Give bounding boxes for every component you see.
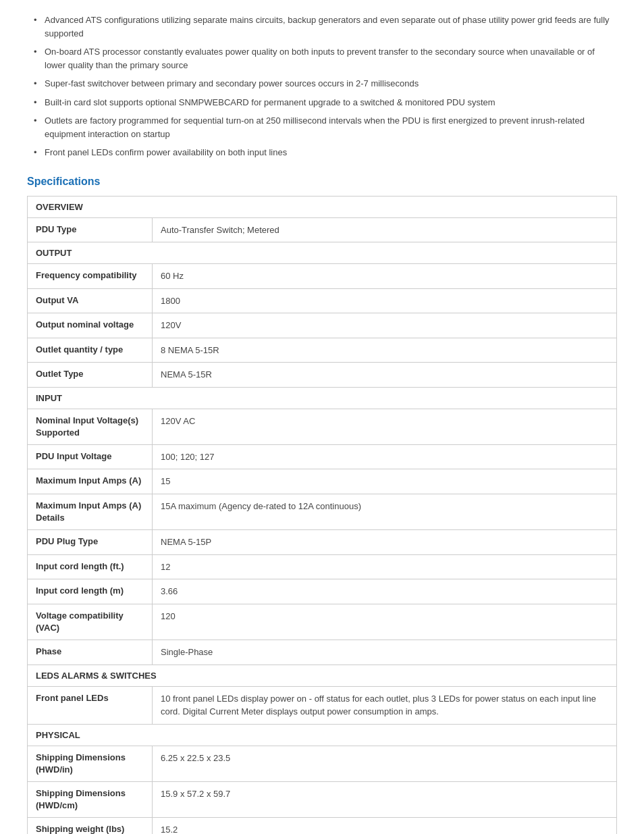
table-row: Maximum Input Amps (A) Details15A maximu… bbox=[28, 494, 617, 529]
row-value: 3.66 bbox=[153, 579, 617, 604]
table-row: Shipping Dimensions (HWD/cm)15.9 x 57.2 … bbox=[28, 782, 617, 818]
row-label: Front panel LEDs bbox=[28, 686, 153, 724]
table-row: Outlet TypeNEMA 5-15R bbox=[28, 363, 617, 388]
row-label: Nominal Input Voltage(s) Supported bbox=[28, 409, 153, 444]
specifications-table: OVERVIEWPDU TypeAuto-Transfer Switch; Me… bbox=[27, 196, 617, 835]
row-value: 15 bbox=[153, 469, 617, 494]
row-value: 100; 120; 127 bbox=[153, 444, 617, 469]
table-row: Nominal Input Voltage(s) Supported120V A… bbox=[28, 409, 617, 444]
table-section-header: PHYSICAL bbox=[28, 724, 617, 746]
table-section-header: OVERVIEW bbox=[28, 196, 617, 217]
row-label: Frequency compatibility bbox=[28, 264, 153, 289]
row-value: 120V AC bbox=[153, 409, 617, 444]
table-section-header: LEDS ALARMS & SWITCHES bbox=[28, 664, 617, 686]
table-row: PhaseSingle-Phase bbox=[28, 640, 617, 665]
table-row: Input cord length (ft.)12 bbox=[28, 554, 617, 579]
row-label: Input cord length (m) bbox=[28, 579, 153, 604]
row-value: 15.2 bbox=[153, 818, 617, 834]
row-label: Phase bbox=[28, 640, 153, 665]
row-label: Output VA bbox=[28, 288, 153, 313]
table-row: Input cord length (m)3.66 bbox=[28, 579, 617, 604]
table-row: Output nominal voltage120V bbox=[28, 313, 617, 338]
row-value: NEMA 5-15P bbox=[153, 530, 617, 555]
row-value: Auto-Transfer Switch; Metered bbox=[153, 217, 617, 242]
row-label: Output nominal voltage bbox=[28, 313, 153, 338]
row-value: 6.25 x 22.5 x 23.5 bbox=[153, 746, 617, 781]
row-label: Outlet Type bbox=[28, 363, 153, 388]
table-row: Shipping Dimensions (HWD/in)6.25 x 22.5 … bbox=[28, 746, 617, 781]
table-section-header: OUTPUT bbox=[28, 242, 617, 264]
row-label: PDU Plug Type bbox=[28, 530, 153, 555]
feature-bullet: On-board ATS processor constantly evalua… bbox=[34, 45, 617, 72]
row-label: Shipping Dimensions (HWD/cm) bbox=[28, 782, 153, 818]
table-row: Outlet quantity / type8 NEMA 5-15R bbox=[28, 338, 617, 363]
table-row: PDU Plug TypeNEMA 5-15P bbox=[28, 530, 617, 555]
row-value: 1800 bbox=[153, 288, 617, 313]
feature-bullet: Outlets are factory programmed for seque… bbox=[34, 114, 617, 140]
row-label: Input cord length (ft.) bbox=[28, 554, 153, 579]
row-value: 15A maximum (Agency de-rated to 12A cont… bbox=[153, 494, 617, 529]
table-row: Front panel LEDs10 front panel LEDs disp… bbox=[28, 686, 617, 724]
row-label: Shipping weight (lbs) bbox=[28, 818, 153, 834]
row-value: NEMA 5-15R bbox=[153, 363, 617, 388]
row-value: 60 Hz bbox=[153, 264, 617, 289]
row-value: 12 bbox=[153, 554, 617, 579]
row-value: 8 NEMA 5-15R bbox=[153, 338, 617, 363]
row-label: Voltage compatibility (VAC) bbox=[28, 604, 153, 640]
row-label: PDU Input Voltage bbox=[28, 444, 153, 469]
table-row: Output VA1800 bbox=[28, 288, 617, 313]
row-label: PDU Type bbox=[28, 217, 153, 242]
feature-bullet: Front panel LEDs confirm power availabil… bbox=[34, 146, 617, 159]
row-label: Shipping Dimensions (HWD/in) bbox=[28, 746, 153, 781]
row-value: 120 bbox=[153, 604, 617, 640]
table-section-header: INPUT bbox=[28, 387, 617, 409]
row-label: Maximum Input Amps (A) bbox=[28, 469, 153, 494]
row-value: 15.9 x 57.2 x 59.7 bbox=[153, 782, 617, 818]
row-value: Single-Phase bbox=[153, 640, 617, 665]
feature-bullet: Built-in card slot supports optional SNM… bbox=[34, 96, 617, 109]
table-row: PDU TypeAuto-Transfer Switch; Metered bbox=[28, 217, 617, 242]
table-row: PDU Input Voltage100; 120; 127 bbox=[28, 444, 617, 469]
feature-bullet: Super-fast switchover between primary an… bbox=[34, 77, 617, 90]
table-row: Maximum Input Amps (A)15 bbox=[28, 469, 617, 494]
row-label: Outlet quantity / type bbox=[28, 338, 153, 363]
table-row: Voltage compatibility (VAC)120 bbox=[28, 604, 617, 640]
table-row: Frequency compatibility60 Hz bbox=[28, 264, 617, 289]
feature-bullet: Advanced ATS configurations utilizing se… bbox=[34, 14, 617, 40]
row-value: 120V bbox=[153, 313, 617, 338]
row-label: Maximum Input Amps (A) Details bbox=[28, 494, 153, 529]
row-value: 10 front panel LEDs display power on - o… bbox=[153, 686, 617, 724]
table-row: Shipping weight (lbs)15.2 bbox=[28, 818, 617, 834]
feature-list: Advanced ATS configurations utilizing se… bbox=[27, 14, 617, 159]
section-title: Specifications bbox=[27, 176, 617, 188]
